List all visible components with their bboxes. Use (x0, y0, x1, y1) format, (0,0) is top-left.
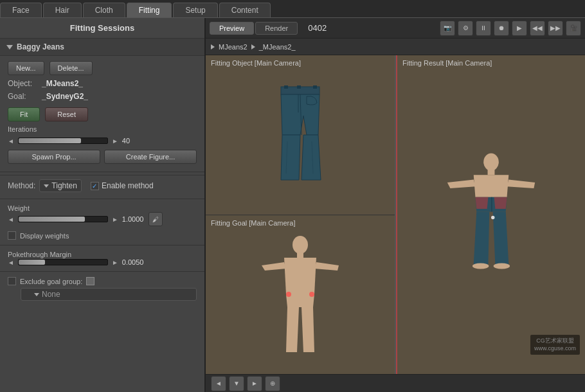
icon-record[interactable]: ⏺ (494, 21, 509, 36)
section-header[interactable]: Baggy Jeans (0, 39, 204, 56)
exclude-row: Exclude goal group: (8, 277, 197, 285)
viewport-fitting-object: Fitting Object [Main Camera] (206, 55, 395, 215)
tab-fitting[interactable]: Fitting (127, 3, 172, 17)
method-row: Method: Tighten ✓ Enable method (0, 175, 204, 196)
tab-hair[interactable]: Hair (43, 3, 82, 17)
bottom-icon-2[interactable]: ▼ (229, 376, 244, 391)
spawn-prop-button[interactable]: Spawn Prop... (8, 150, 100, 164)
create-figure-button[interactable]: Create Figure... (104, 150, 197, 164)
pokethrough-right-arrow[interactable]: ► (112, 259, 118, 266)
svg-rect-9 (297, 253, 303, 258)
icon-play[interactable]: ▶ (512, 21, 527, 36)
pokethrough-slider[interactable] (18, 259, 108, 265)
new-button[interactable]: New... (8, 61, 44, 75)
enable-method-check-icon: ✓ (91, 182, 99, 190)
tab-content[interactable]: Content (219, 3, 271, 17)
viewport-fitting-result: Fitting Result [Main Camera] (396, 55, 585, 374)
pokethrough-label: Pokethrough Margin (8, 251, 197, 258)
left-panel: Fitting Sessions Baggy Jeans New... Dele… (0, 18, 206, 392)
iterations-slider-row: ◄ ► 40 (8, 137, 197, 145)
viewport-right-column: Fitting Result [Main Camera] (396, 55, 585, 374)
icon-camera2[interactable]: 🎥 (566, 21, 581, 36)
preview-render-tabs: Preview Render (210, 22, 298, 35)
exclude-goal-square (86, 277, 94, 285)
camera-expand-icon2 (251, 44, 255, 49)
enable-method-checkbox[interactable]: ✓ Enable method (91, 181, 154, 190)
svg-rect-2 (297, 85, 301, 89)
icon-camera[interactable]: 📷 (440, 21, 455, 36)
delete-button[interactable]: Delete... (50, 61, 93, 75)
fit-reset-row: Fit Reset (8, 107, 197, 121)
display-weights-checkbox[interactable] (8, 231, 16, 240)
object-row: Object: _MJeans2_ (8, 79, 197, 88)
reset-button[interactable]: Reset (45, 107, 88, 121)
new-delete-row: New... Delete... (8, 61, 197, 75)
iterations-right-arrow[interactable]: ► (112, 138, 118, 145)
spawn-create-row: Spawn Prop... Create Figure... (8, 150, 197, 164)
tab-render[interactable]: Render (255, 22, 298, 35)
none-label: None (42, 290, 60, 299)
icon-next[interactable]: ▶▶ (548, 21, 563, 36)
figure-goal-silhouette (262, 233, 339, 355)
pokethrough-left-arrow[interactable]: ◄ (8, 259, 14, 266)
object-value: _MJeans2_ (42, 79, 83, 88)
svg-point-10 (286, 292, 291, 297)
weight-section: Weight ◄ ► 1.0000 🖌 (0, 202, 204, 229)
goal-label: Goal: (8, 92, 37, 101)
icon-render-settings[interactable]: ⚙ (458, 21, 473, 36)
viewport-area: Fitting Object [Main Camera] (206, 55, 585, 374)
tab-cloth[interactable]: Cloth (83, 3, 125, 17)
iterations-slider[interactable] (18, 138, 108, 144)
viewport-fitting-goal: Fitting Goal [Main Camera] (206, 215, 395, 375)
camera-name-main: MJeans2 (219, 43, 248, 51)
toolbar-icons: 📷 ⚙ ⏸ ⏺ ▶ ◀◀ ▶▶ 🎥 (440, 21, 581, 36)
icon-prev[interactable]: ◀◀ (530, 21, 545, 36)
camera-name-sub: _MJeans2_ (259, 43, 296, 51)
svg-rect-1 (284, 85, 288, 89)
svg-point-8 (292, 236, 308, 254)
tab-face[interactable]: Face (0, 3, 42, 17)
method-label: Method: (8, 181, 35, 190)
fit-button[interactable]: Fit (8, 107, 40, 121)
weight-label: Weight (8, 204, 197, 212)
exclude-goal-label: Exclude goal group: (20, 278, 82, 285)
collapse-icon (6, 45, 13, 49)
exclude-section: Exclude goal group: None (0, 274, 204, 303)
pokethrough-slider-row: ◄ ► 0.0050 (8, 258, 197, 266)
bottom-icon-1[interactable]: ◄ (211, 376, 226, 391)
svg-point-16 (491, 216, 494, 219)
method-dropdown[interactable]: Tighten (39, 179, 82, 192)
iterations-left-arrow[interactable]: ◄ (8, 138, 14, 145)
weight-right-arrow[interactable]: ► (112, 216, 118, 223)
paint-weights-button[interactable]: 🖌 (148, 212, 163, 226)
scene-number: 0402 (308, 23, 327, 33)
icon-pause[interactable]: ⏸ (476, 21, 491, 36)
weight-slider[interactable] (18, 216, 108, 222)
pokethrough-value: 0.0050 (122, 258, 145, 266)
svg-point-12 (483, 154, 499, 171)
vp-fitting-object-label: Fitting Object [Main Camera] (211, 59, 301, 67)
viewport-left-column: Fitting Object [Main Camera] (206, 55, 396, 374)
top-tabs: Face Hair Cloth Fitting Setup Content (0, 0, 585, 18)
weight-left-arrow[interactable]: ◄ (8, 216, 14, 223)
section-label: Baggy Jeans (17, 42, 64, 51)
exclude-goal-checkbox[interactable] (8, 277, 16, 285)
figure-result-silhouette (446, 150, 536, 279)
display-weights-label: Display weights (20, 232, 69, 240)
bottom-icon-3[interactable]: ► (247, 376, 262, 391)
watermark-line1: CG艺术家联盟 (534, 337, 576, 345)
bottom-bar: ◄ ▼ ► ⊕ (206, 374, 585, 392)
none-dropdown[interactable]: None (21, 288, 197, 301)
right-top-bar: Preview Render 0402 📷 ⚙ ⏸ ⏺ ▶ ◀◀ ▶▶ 🎥 (206, 18, 585, 39)
method-value: Tighten (51, 181, 77, 190)
camera-expand-icon (211, 44, 215, 49)
goal-value: _SydneyG2_ (42, 92, 88, 101)
watermark: CG艺术家联盟 www.cguse.com (530, 335, 580, 355)
camera-bar: MJeans2 _MJeans2_ (206, 39, 585, 55)
bottom-icon-zoom[interactable]: ⊕ (265, 376, 280, 391)
panel-title: Fitting Sessions (0, 18, 204, 39)
svg-point-15 (494, 263, 510, 269)
goal-row: Goal: _SydneyG2_ (8, 92, 197, 101)
tab-preview[interactable]: Preview (210, 22, 254, 35)
tab-setup[interactable]: Setup (173, 3, 217, 17)
